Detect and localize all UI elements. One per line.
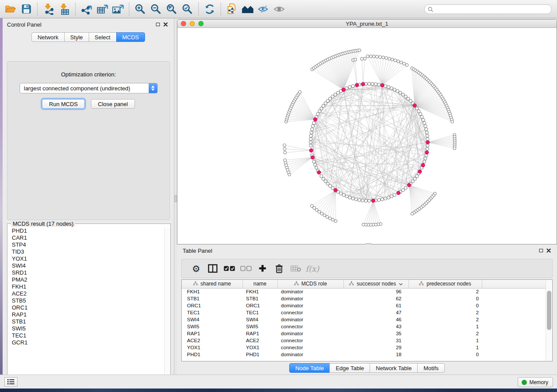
import-network-button[interactable] [41, 1, 56, 17]
mcds-result-item[interactable]: SWI4 [8, 262, 164, 269]
table-scrollbar-thumb[interactable] [547, 291, 551, 330]
table-settings-button[interactable]: ⚙ [188, 261, 204, 276]
first-neighbors-button[interactable] [240, 1, 256, 17]
search-input[interactable] [433, 6, 551, 12]
tab-mcds[interactable]: MCDS [116, 32, 145, 42]
network-window: YPA_prune.txt_1 [177, 19, 557, 244]
search-icon [428, 7, 433, 12]
mcds-result-item[interactable]: SWI5 [8, 325, 164, 332]
table-row[interactable]: RAP1RAP1dominator352 [182, 330, 546, 337]
tab-select[interactable]: Select [89, 32, 117, 42]
mcds-result-item[interactable]: GCR1 [8, 339, 164, 346]
export-table-button[interactable] [94, 1, 110, 17]
column-header-successor-nodes[interactable]: successor nodes [343, 280, 408, 288]
node-table-grid[interactable]: shared namenameMCDS rolesuccessor nodesp… [182, 280, 546, 358]
function-builder-button[interactable]: f(x) [304, 261, 321, 276]
mcds-result-list[interactable]: PHD1CAR1STP4TID3YOX1SWI4SRD1PMA2FKH1ACE2… [8, 227, 164, 383]
mcds-result-item[interactable]: STP4 [8, 241, 164, 248]
table-row[interactable]: FKH1FKH1dominator962 [182, 288, 546, 295]
float-table-panel-button[interactable] [537, 247, 545, 254]
add-column-button[interactable]: ✚ [254, 261, 271, 276]
open-file-button[interactable] [3, 1, 18, 17]
duplicate-network-button[interactable] [224, 1, 240, 17]
mcds-result-item[interactable]: TID3 [8, 248, 164, 255]
close-icon [163, 22, 168, 27]
export-network-button[interactable] [79, 1, 94, 17]
select-all-columns-button[interactable] [221, 261, 238, 276]
mcds-result-item[interactable]: FKH1 [8, 283, 164, 290]
column-header-MCDS-role[interactable]: MCDS role [277, 280, 343, 288]
table-row[interactable]: SWI5SWI5connector431 [182, 323, 546, 330]
table-row[interactable]: PHD1PHD1dominator180 [182, 351, 546, 358]
import-table-button[interactable] [56, 1, 72, 17]
close-panel-button[interactable] [162, 21, 170, 28]
close-table-panel-button[interactable] [545, 247, 553, 254]
control-panel-header: Control Panel [3, 18, 174, 31]
table-row[interactable]: ORC1ORC1dominator610 [182, 302, 546, 309]
criterion-select[interactable]: largest connected component (undirected) [20, 83, 158, 93]
tab-edge-table[interactable]: Edge Table [329, 363, 370, 373]
table-row[interactable]: STB1STB1dominator620 [182, 295, 546, 302]
mcds-result-item[interactable]: SRD1 [8, 269, 164, 276]
show-all-button[interactable] [271, 1, 287, 17]
table-toolbar: ⚙ ✚ [181, 259, 553, 278]
attribute-tree-icon [349, 281, 354, 287]
tab-network[interactable]: Network [31, 32, 65, 42]
hide-selected-button[interactable] [256, 1, 271, 17]
mcds-result-item[interactable]: PHD1 [8, 227, 164, 234]
export-image-icon [112, 3, 124, 15]
toolbar-separator [221, 3, 221, 16]
table-panel-title: Table Panel [183, 248, 212, 254]
fx-icon: f(x) [306, 264, 319, 273]
deselect-columns-button[interactable] [238, 261, 254, 276]
table-row[interactable]: ACE2ACE2connector311 [182, 337, 546, 344]
zoom-selected-button[interactable] [180, 1, 195, 17]
tab-node-table[interactable]: Node Table [289, 363, 330, 373]
memory-button[interactable]: Memory [518, 377, 553, 387]
zoom-fit-button[interactable] [164, 1, 180, 17]
column-header-name[interactable]: name [242, 280, 277, 288]
zoom-out-button[interactable] [148, 1, 164, 17]
tab-motifs[interactable]: Motifs [417, 363, 445, 373]
eye-icon [273, 4, 285, 14]
application-window: Control Panel NetworkStyleSelectMCDS Opt… [0, 0, 557, 392]
refresh-layout-button[interactable] [202, 1, 218, 17]
node-table: shared namenameMCDS rolesuccessor nodesp… [181, 279, 553, 361]
table-row[interactable]: SWI4SWI4dominator462 [182, 316, 546, 323]
delete-column-button[interactable] [271, 261, 287, 276]
mcds-result-item[interactable]: STB1 [8, 318, 164, 325]
tab-network-table[interactable]: Network Table [370, 363, 418, 373]
table-scrollbar[interactable] [546, 280, 552, 361]
refresh-icon [204, 3, 215, 15]
delete-table-button[interactable] [287, 261, 304, 276]
mcds-result-item[interactable]: RAP1 [8, 311, 164, 318]
gear-icon: ⚙ [192, 264, 201, 273]
column-header-shared-name[interactable]: shared name [182, 280, 242, 288]
close-panel-action-button[interactable]: Close panel [91, 99, 135, 109]
mcds-result-item[interactable]: ACE2 [8, 290, 164, 297]
mcds-result-item[interactable]: YOX1 [8, 255, 164, 262]
zoom-in-button[interactable] [132, 1, 148, 17]
column-header-predecessor-nodes[interactable]: predecessor nodes [408, 280, 482, 288]
network-graph[interactable] [177, 28, 557, 244]
tab-style[interactable]: Style [64, 32, 89, 42]
float-panel-button[interactable] [154, 21, 162, 28]
table-row[interactable]: YOX1YOX1connector291 [182, 344, 546, 351]
save-session-button[interactable] [18, 1, 34, 17]
mcds-result-item[interactable]: PMA2 [8, 276, 164, 283]
mcds-result-title: MCDS result (17 nodes) [11, 220, 75, 227]
mcds-result-item[interactable]: ORC1 [8, 304, 164, 311]
task-history-button[interactable] [4, 377, 17, 387]
mcds-result-item[interactable]: CAR1 [8, 234, 164, 241]
mcds-result-item[interactable]: TEC1 [8, 332, 164, 339]
zoom-selected-icon [182, 3, 193, 15]
search-field[interactable] [424, 4, 552, 14]
table-row[interactable]: TEC1TEC1connector472 [182, 309, 546, 316]
criterion-label: Optimization criterion: [7, 71, 170, 78]
mcds-result-item[interactable]: STB5 [8, 297, 164, 304]
network-canvas[interactable] [177, 28, 557, 244]
mcds-result-scrollbar[interactable] [164, 227, 170, 383]
export-image-button[interactable] [110, 1, 126, 17]
run-mcds-button[interactable]: Run MCDS [42, 99, 85, 109]
column-layout-button[interactable] [204, 261, 221, 276]
